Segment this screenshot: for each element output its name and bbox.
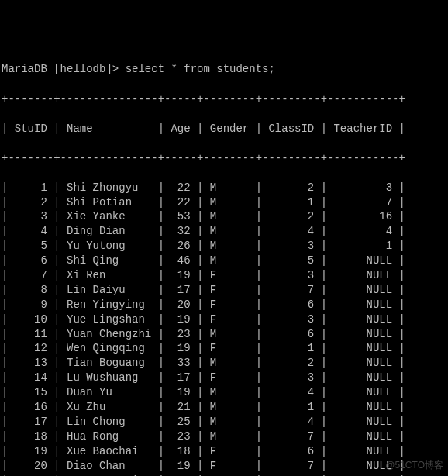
table-row: | 18 | Hua Rong | 23 | M | 7 | NULL | bbox=[2, 429, 446, 444]
table-row: | 7 | Xi Ren | 19 | F | 3 | NULL | bbox=[2, 268, 446, 283]
table-row: | 15 | Duan Yu | 19 | M | 4 | NULL | bbox=[2, 385, 446, 400]
table-border-mid: +-------+---------------+-----+--------+… bbox=[2, 151, 446, 166]
table-row: | 3 | Xie Yanke | 53 | M | 2 | 16 | bbox=[2, 209, 446, 224]
table-row: | 11 | Yuan Chengzhi | 23 | M | 6 | NULL… bbox=[2, 327, 446, 342]
table-header: | StuID | Name | Age | Gender | ClassID … bbox=[2, 122, 446, 136]
table-row: | 4 | Ding Dian | 32 | M | 4 | 4 | bbox=[2, 224, 446, 239]
table-row: | 10 | Yue Lingshan | 19 | F | 3 | NULL … bbox=[2, 312, 446, 327]
table-row: | 16 | Xu Zhu | 21 | M | 1 | NULL | bbox=[2, 400, 446, 415]
table-row: | 1 | Shi Zhongyu | 22 | M | 2 | 3 | bbox=[2, 181, 446, 195]
table-row: | 8 | Lin Daiyu | 17 | F | 7 | NULL | bbox=[2, 283, 446, 298]
table-row: | 2 | Shi Potian | 22 | M | 1 | 7 | bbox=[2, 195, 446, 210]
table-row: | 12 | Wen Qingqing | 19 | F | 1 | NULL … bbox=[2, 341, 446, 356]
table-row: | 9 | Ren Yingying | 20 | F | 6 | NULL | bbox=[2, 298, 446, 312]
sql-prompt: MariaDB [hellodb]> select * from student… bbox=[2, 62, 446, 77]
table-border-top: +-------+---------------+-----+--------+… bbox=[2, 92, 446, 107]
table-row: | 20 | Diao Chan | 19 | F | 7 | NULL | bbox=[2, 459, 446, 474]
table-row: | 17 | Lin Chong | 25 | M | 4 | NULL | bbox=[2, 415, 446, 429]
table-row: | 13 | Tian Boguang | 33 | M | 2 | NULL … bbox=[2, 356, 446, 371]
table-row: | 14 | Lu Wushuang | 17 | F | 3 | NULL | bbox=[2, 371, 446, 385]
table-row: | 5 | Yu Yutong | 26 | M | 3 | 1 | bbox=[2, 239, 446, 254]
table-row: | 19 | Xue Baochai | 18 | F | 6 | NULL | bbox=[2, 444, 446, 459]
table-body: | 1 | Shi Zhongyu | 22 | M | 2 | 3 || 2 … bbox=[2, 181, 446, 476]
watermark-text: @51CTO博客 bbox=[385, 459, 443, 471]
table-row: | 6 | Shi Qing | 46 | M | 5 | NULL | bbox=[2, 254, 446, 268]
table-row: | 21 | Huang Yueying | 22 | F | 6 | NULL… bbox=[2, 474, 446, 477]
